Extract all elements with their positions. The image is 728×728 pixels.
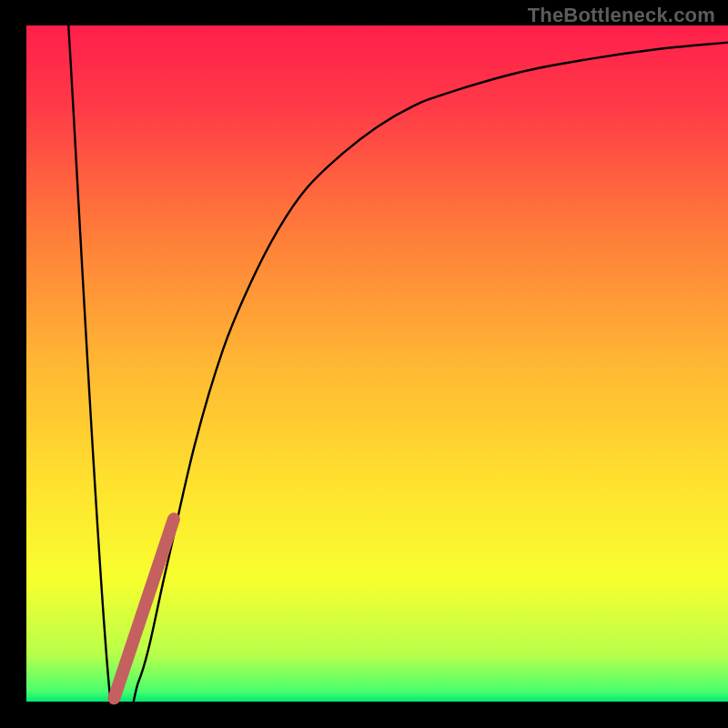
chart-stage: TheBottleneck.com [0, 0, 728, 728]
watermark-label: TheBottleneck.com [528, 4, 715, 27]
chart-svg [0, 0, 728, 728]
